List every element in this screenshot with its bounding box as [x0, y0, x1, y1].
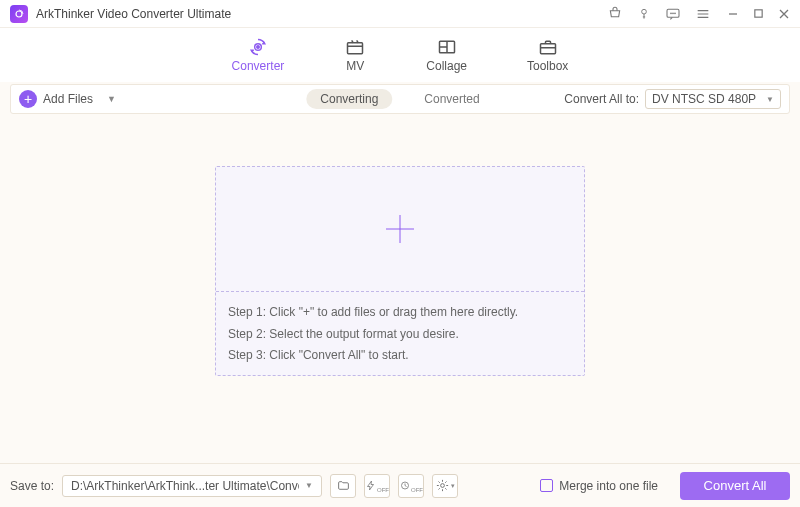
- big-plus-icon: [380, 209, 420, 249]
- feedback-icon[interactable]: [665, 6, 681, 22]
- svg-rect-9: [348, 43, 363, 54]
- minimize-button[interactable]: [727, 8, 739, 20]
- svg-point-8: [257, 46, 260, 49]
- chevron-down-icon: ▼: [766, 95, 774, 104]
- converter-icon: [247, 37, 269, 57]
- tab-label: Converter: [232, 59, 285, 73]
- footer: Save to: D:\ArkThinker\ArkThink...ter Ul…: [0, 463, 800, 507]
- tab-converting[interactable]: Converting: [306, 89, 392, 109]
- svg-rect-6: [755, 10, 762, 17]
- checkbox-icon: [540, 479, 553, 492]
- dropzone-add-area[interactable]: [216, 167, 584, 292]
- svg-point-3: [671, 13, 672, 14]
- tab-label: Collage: [426, 59, 467, 73]
- save-path-select[interactable]: D:\ArkThinker\ArkThink...ter Ultimate\Co…: [62, 475, 322, 497]
- tab-mv[interactable]: MV: [344, 37, 366, 73]
- output-format-select[interactable]: DV NTSC SD 480P ▼: [645, 89, 781, 109]
- app-logo: [10, 5, 28, 23]
- app-title: ArkThinker Video Converter Ultimate: [36, 7, 607, 21]
- convert-all-button[interactable]: Convert All: [680, 472, 790, 500]
- toolbox-icon: [537, 37, 559, 57]
- add-files-label: Add Files: [43, 92, 93, 106]
- instructions: Step 1: Click "+" to add files or drag t…: [216, 292, 584, 375]
- step-1: Step 1: Click "+" to add files or drag t…: [228, 302, 572, 324]
- mv-icon: [344, 37, 366, 57]
- dropzone[interactable]: Step 1: Click "+" to add files or drag t…: [215, 166, 585, 376]
- titlebar: ArkThinker Video Converter Ultimate: [0, 0, 800, 28]
- save-to-label: Save to:: [10, 479, 54, 493]
- status-tabs: Converting Converted: [306, 89, 493, 109]
- svg-point-4: [673, 13, 674, 14]
- hardware-accel-button[interactable]: OFF: [364, 474, 390, 498]
- merge-checkbox[interactable]: Merge into one file: [540, 479, 658, 493]
- add-files-button[interactable]: + Add Files ▼: [19, 90, 116, 108]
- tab-converted[interactable]: Converted: [410, 89, 493, 109]
- plus-icon: +: [19, 90, 37, 108]
- tab-collage[interactable]: Collage: [426, 37, 467, 73]
- cart-icon[interactable]: [607, 6, 623, 22]
- save-path-value: D:\ArkThinker\ArkThink...ter Ultimate\Co…: [71, 479, 299, 493]
- key-icon[interactable]: [637, 6, 651, 22]
- close-button[interactable]: [778, 8, 790, 20]
- convert-all-to-label: Convert All to:: [564, 92, 639, 106]
- tab-converter[interactable]: Converter: [232, 37, 285, 73]
- tab-toolbox[interactable]: Toolbox: [527, 37, 568, 73]
- step-3: Step 3: Click "Convert All" to start.: [228, 345, 572, 367]
- main-area: Step 1: Click "+" to add files or drag t…: [0, 114, 800, 376]
- tab-label: MV: [346, 59, 364, 73]
- high-speed-button[interactable]: OFF: [398, 474, 424, 498]
- collage-icon: [436, 37, 458, 57]
- chevron-down-icon: ▼: [305, 481, 313, 490]
- svg-point-13: [441, 484, 445, 488]
- maximize-button[interactable]: [753, 8, 764, 19]
- step-2: Step 2: Select the output format you des…: [228, 324, 572, 346]
- toolbar: + Add Files ▼ Converting Converted Conve…: [10, 84, 790, 114]
- chevron-down-icon: ▼: [107, 94, 116, 104]
- svg-point-1: [642, 9, 647, 14]
- open-folder-button[interactable]: [330, 474, 356, 498]
- main-tabs: Converter MV Collage Toolbox: [0, 28, 800, 82]
- svg-rect-11: [540, 44, 555, 54]
- svg-point-0: [16, 11, 22, 17]
- svg-point-5: [675, 13, 676, 14]
- merge-label: Merge into one file: [559, 479, 658, 493]
- settings-button[interactable]: ▾: [432, 474, 458, 498]
- tab-label: Toolbox: [527, 59, 568, 73]
- format-value: DV NTSC SD 480P: [652, 92, 756, 106]
- menu-icon[interactable]: [695, 6, 711, 22]
